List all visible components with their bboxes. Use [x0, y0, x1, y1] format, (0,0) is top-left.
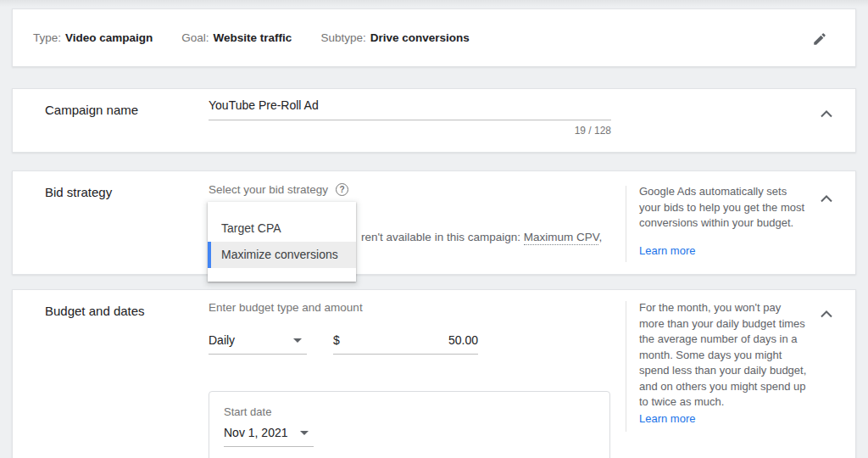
summary-item-value: Video campaign — [65, 31, 153, 44]
edit-campaign-settings-button[interactable] — [806, 25, 833, 53]
summary-item-value: Website traffic — [214, 31, 292, 44]
bid-strategy-availability-note: ren't available in this campaign: Maximu… — [361, 231, 602, 243]
summary-item-value: Drive conversions — [370, 31, 470, 44]
campaign-summary-bar: Type: Video campaign Goal: Website traff… — [12, 8, 856, 67]
character-counter: 19 / 128 — [209, 125, 611, 137]
summary-item-subtype: Subtype: Drive conversions — [320, 31, 469, 44]
bid-strategy-section: Bid strategy Select your bid strategy ? … — [12, 170, 856, 275]
collapse-campaign-name-button[interactable] — [813, 100, 840, 127]
collapse-budget-button[interactable] — [813, 300, 840, 327]
start-date-box: Start date Nov 1, 2021 — [209, 391, 610, 458]
help-panel-divider — [626, 301, 626, 432]
dropdown-option-maximize-conversions[interactable]: Maximize conversions — [208, 242, 356, 268]
collapse-bid-strategy-button[interactable] — [813, 185, 840, 212]
budget-section-title: Budget and dates — [45, 304, 145, 318]
pencil-icon — [812, 31, 827, 47]
summary-item-label: Type: — [33, 31, 61, 44]
availability-note-prefix: ren't available in this campaign: — [361, 231, 524, 243]
bid-strategy-field-label: Select your bid strategy — [209, 183, 328, 196]
summary-item-goal: Goal: Website traffic — [181, 31, 292, 44]
summary-item-label: Goal: — [181, 31, 209, 44]
start-date-label: Start date — [224, 405, 271, 418]
maximum-cpv-term[interactable]: Maximum CPV — [524, 231, 599, 245]
budget-amount-input[interactable]: $ 50.00 — [333, 333, 478, 355]
bid-strategy-learn-more-link[interactable]: Learn more — [639, 243, 695, 260]
chevron-up-icon — [821, 110, 832, 118]
summary-item-label: Subtype: — [320, 31, 365, 44]
summary-item-type: Type: Video campaign — [33, 31, 153, 44]
budget-type-value: Daily — [209, 333, 235, 347]
currency-symbol: $ — [333, 333, 340, 347]
help-panel-divider — [626, 186, 626, 262]
budget-learn-more-link[interactable]: Learn more — [639, 411, 695, 427]
dropdown-arrow-icon — [293, 338, 302, 343]
availability-note-suffix: , — [598, 231, 602, 243]
budget-and-dates-section: Budget and dates Enter budget type and a… — [12, 289, 856, 458]
budget-help-text: For the month, you won't pay more than y… — [639, 301, 806, 408]
dropdown-arrow-icon — [300, 431, 309, 435]
dropdown-option-target-cpa[interactable]: Target CPA — [208, 215, 356, 242]
budget-type-select[interactable]: Daily — [209, 333, 307, 355]
help-icon[interactable]: ? — [336, 183, 348, 196]
campaign-name-input[interactable]: YouTube Pre-Roll Ad — [209, 98, 611, 120]
chevron-up-icon — [821, 195, 832, 203]
bid-strategy-section-title: Bid strategy — [45, 185, 112, 199]
budget-field-label: Enter budget type and amount — [209, 301, 363, 314]
start-date-value: Nov 1, 2021 — [224, 426, 288, 439]
campaign-name-section: Campaign name YouTube Pre-Roll Ad 19 / 1… — [12, 88, 856, 153]
budget-amount-value: 50.00 — [448, 333, 478, 347]
bid-strategy-dropdown-menu: Target CPA Maximize conversions — [208, 202, 356, 282]
bid-strategy-help-text: Google Ads automatically sets your bids … — [639, 185, 804, 229]
campaign-name-section-title: Campaign name — [45, 103, 138, 117]
chevron-up-icon — [821, 310, 832, 318]
start-date-select[interactable]: Nov 1, 2021 — [224, 426, 314, 447]
